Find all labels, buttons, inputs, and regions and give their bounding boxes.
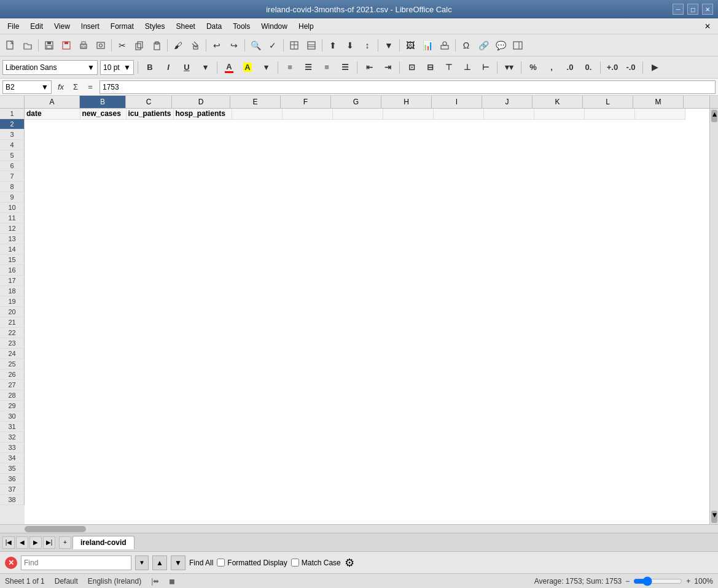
- col-header-e[interactable]: E: [230, 96, 281, 108]
- col-header-f[interactable]: F: [281, 96, 331, 108]
- header-g[interactable]: [332, 109, 383, 119]
- sort-asc-button[interactable]: ⬆: [325, 37, 341, 53]
- sheet-tab-ireland-covid[interactable]: ireland-covid: [72, 536, 135, 549]
- row-num-7[interactable]: 7: [0, 171, 25, 182]
- col-header-a[interactable]: A: [25, 96, 80, 108]
- minimize-button[interactable]: ─: [673, 4, 684, 15]
- decrease-dec-btn[interactable]: -.0: [623, 60, 639, 75]
- find-next-button[interactable]: ▼: [171, 555, 185, 570]
- copy-button[interactable]: [131, 37, 147, 53]
- paste-button[interactable]: [149, 37, 165, 53]
- row-num-13[interactable]: 13: [0, 234, 25, 244]
- align-middle[interactable]: ⊥: [459, 60, 475, 75]
- maximize-button[interactable]: ◻: [687, 4, 698, 15]
- row-num-35[interactable]: 35: [0, 463, 25, 474]
- insert-special-char[interactable]: Ω: [458, 37, 474, 53]
- indent-decrease[interactable]: ⇤: [361, 60, 377, 75]
- align-left-button[interactable]: ≡: [282, 60, 298, 75]
- check-button[interactable]: ✓: [265, 37, 281, 53]
- horizontal-scrollbar[interactable]: [0, 524, 718, 533]
- formatted-display-option[interactable]: Formatted Display: [217, 559, 287, 567]
- col-header-i[interactable]: I: [432, 96, 482, 108]
- col-header-m[interactable]: M: [633, 96, 684, 108]
- menu-extra-close[interactable]: ✕: [700, 21, 716, 32]
- col-header-j[interactable]: J: [482, 96, 533, 108]
- row-num-38[interactable]: 38: [0, 495, 25, 505]
- col-header-d[interactable]: D: [172, 96, 230, 108]
- decimal-dec[interactable]: 0.: [580, 60, 596, 75]
- row-num-3[interactable]: 3: [0, 130, 25, 140]
- save-remote-button[interactable]: [58, 37, 74, 53]
- find-close-button[interactable]: ✕: [5, 557, 17, 569]
- header-i[interactable]: [433, 109, 483, 119]
- font-name-dropdown-icon[interactable]: ▼: [87, 63, 95, 72]
- formula-sum-button[interactable]: Σ: [69, 80, 82, 94]
- insert-pivot-button[interactable]: [437, 37, 453, 53]
- menu-insert[interactable]: Insert: [76, 21, 104, 32]
- merge-cells[interactable]: ⊡: [404, 60, 419, 75]
- row-num-9[interactable]: 9: [0, 192, 25, 203]
- insert-image-button[interactable]: 🖼: [402, 37, 418, 53]
- row-num-1[interactable]: 1: [0, 109, 25, 119]
- menu-file[interactable]: File: [2, 21, 24, 32]
- tab-insert-sheet[interactable]: +: [59, 536, 71, 549]
- header-e[interactable]: [232, 109, 282, 119]
- redo-button[interactable]: ↪: [226, 37, 242, 53]
- conditional-format[interactable]: ▶: [647, 60, 663, 75]
- col-header-b[interactable]: B: [80, 96, 126, 108]
- thousands-button[interactable]: ,: [544, 60, 560, 75]
- menu-data[interactable]: Data: [201, 21, 227, 32]
- menu-help[interactable]: Help: [294, 21, 319, 32]
- cut-button[interactable]: ✂: [114, 37, 130, 53]
- row-num-8[interactable]: 8: [0, 182, 25, 192]
- header-icu-patients[interactable]: icu_patients: [126, 109, 173, 119]
- increase-dec-btn[interactable]: +.0: [604, 60, 620, 75]
- find-prev-button[interactable]: ▲: [152, 555, 167, 570]
- cell-reference[interactable]: B2 ▼: [2, 80, 52, 94]
- toggle-sidebar[interactable]: [510, 37, 526, 53]
- header-j[interactable]: [483, 109, 534, 119]
- row-num-27[interactable]: 27: [0, 380, 25, 390]
- row-num-28[interactable]: 28: [0, 390, 25, 401]
- find-options-button[interactable]: ⚙: [345, 556, 354, 570]
- row-num-29[interactable]: 29: [0, 401, 25, 411]
- insert-comment[interactable]: 💬: [493, 37, 509, 53]
- format-eraser[interactable]: [187, 37, 203, 53]
- undo-button[interactable]: ↩: [209, 37, 225, 53]
- header-date[interactable]: date: [25, 109, 80, 119]
- row-num-6[interactable]: 6: [0, 161, 25, 171]
- sort-custom-button[interactable]: ↕: [359, 37, 375, 53]
- formula-input[interactable]: [100, 80, 716, 94]
- row-num-26[interactable]: 26: [0, 369, 25, 380]
- menu-edit[interactable]: Edit: [25, 21, 48, 32]
- bold-button[interactable]: B: [142, 60, 158, 75]
- col-header-g[interactable]: G: [331, 96, 381, 108]
- row-num-15[interactable]: 15: [0, 255, 25, 265]
- menu-window[interactable]: Window: [256, 21, 292, 32]
- header-k[interactable]: [534, 109, 584, 119]
- header-m[interactable]: [634, 109, 685, 119]
- find-dropdown[interactable]: ▼: [135, 555, 149, 570]
- row-num-31[interactable]: 31: [0, 422, 25, 432]
- align-top[interactable]: ⊤: [440, 60, 456, 75]
- menu-styles[interactable]: Styles: [140, 21, 170, 32]
- close-button[interactable]: ✕: [702, 4, 713, 15]
- percent-button[interactable]: %: [525, 60, 541, 75]
- row-num-2[interactable]: 2: [0, 119, 25, 130]
- row-num-33[interactable]: 33: [0, 443, 25, 453]
- new-button[interactable]: [2, 37, 18, 53]
- row-num-11[interactable]: 11: [0, 213, 25, 223]
- print-preview-button[interactable]: [93, 37, 109, 53]
- highlight-button[interactable]: A: [240, 60, 256, 75]
- row-num-37[interactable]: 37: [0, 484, 25, 495]
- sort-desc-button[interactable]: ⬇: [342, 37, 358, 53]
- find-button[interactable]: 🔍: [248, 37, 263, 53]
- zoom-in-icon[interactable]: +: [686, 577, 690, 586]
- row-num-12[interactable]: 12: [0, 223, 25, 234]
- row-num-30[interactable]: 30: [0, 411, 25, 422]
- menu-tools[interactable]: Tools: [228, 21, 255, 32]
- zoom-out-icon[interactable]: −: [625, 577, 630, 586]
- tab-nav-first[interactable]: |◀: [2, 536, 15, 549]
- match-case-checkbox[interactable]: [291, 559, 299, 567]
- menu-sheet[interactable]: Sheet: [171, 21, 200, 32]
